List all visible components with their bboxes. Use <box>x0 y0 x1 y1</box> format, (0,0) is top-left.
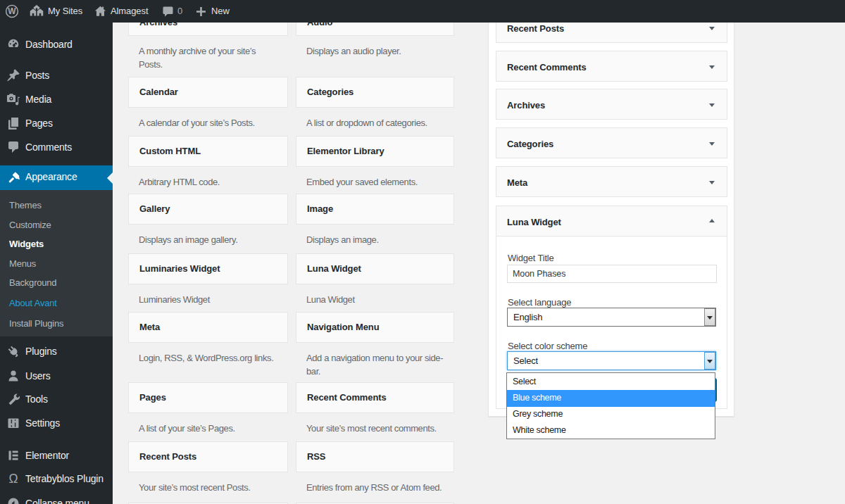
svg-text:W: W <box>8 6 16 16</box>
svg-text:Ω: Ω <box>9 472 18 486</box>
